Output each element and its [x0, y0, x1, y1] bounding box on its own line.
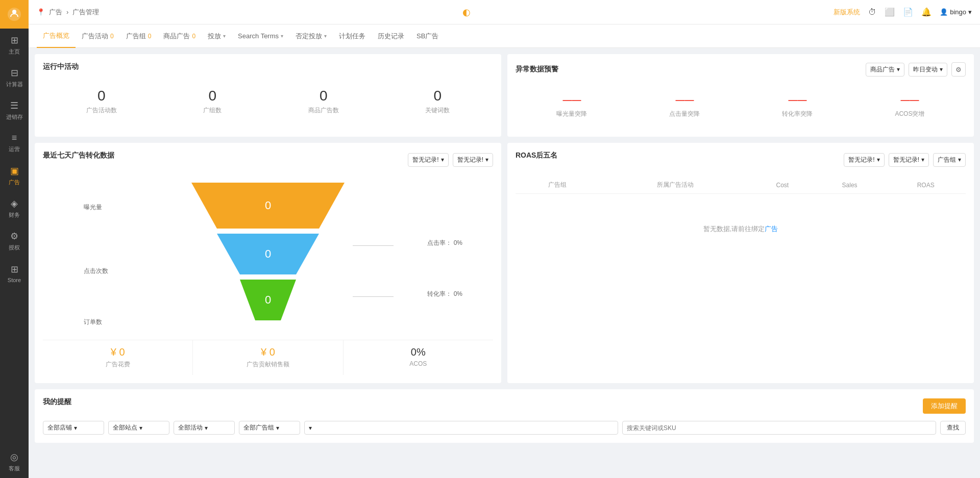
tab-overview-label: 广告概览	[43, 31, 69, 40]
anomaly-impressions-value: ——	[556, 95, 587, 106]
sidebar-label-support: 客服	[9, 465, 20, 472]
sidebar-label-operations: 运营	[9, 145, 20, 153]
ads-icon: ▣	[10, 165, 19, 177]
add-reminder-button[interactable]: 添加提醒	[923, 398, 966, 414]
sidebar-item-operations[interactable]: ≡ 运营	[0, 127, 29, 159]
chart-dropdown1-value: 暂无记录!	[412, 156, 438, 164]
site-filter[interactable]: 全部站点 ▾	[108, 421, 169, 435]
tab-placement[interactable]: 投放 ▾	[202, 24, 232, 48]
sidebar-label-store: Store	[8, 277, 21, 283]
sidebar-label-ads: 广告	[9, 179, 20, 186]
funnel-rate-cvr: 转化率： 0%	[427, 290, 462, 298]
anomaly-clicks: —— 点击量突降	[669, 95, 700, 118]
store-filter[interactable]: 全部店铺 ▾	[43, 421, 104, 435]
header: 📍 广告 › 广告管理 ◐ 新版系统 ⏱ ⬜ 📄 🔔 👤 bingo ▾	[29, 0, 980, 24]
search-button[interactable]: 查找	[940, 421, 966, 435]
tab-campaigns[interactable]: 广告活动 0	[76, 24, 120, 48]
cvr-label: 转化率：	[427, 290, 452, 297]
sidebar-item-store[interactable]: ⊞ Store	[0, 257, 29, 290]
page-body: 运行中活动 0 广告活动数 0 广组数 0 商品广告数 0	[29, 48, 980, 478]
sidebar-item-inventory[interactable]: ☰ 进销存	[0, 94, 29, 127]
reminder-filters: 全部店铺 ▾ 全部站点 ▾ 全部活动 ▾ 全部广告组 ▾ ▾	[43, 421, 966, 435]
main-content: 📍 广告 › 广告管理 ◐ 新版系统 ⏱ ⬜ 📄 🔔 👤 bingo ▾ 广告概…	[29, 0, 980, 478]
roas-dropdown2[interactable]: 暂无记录! ▾	[889, 153, 929, 167]
breadcrumb-parent[interactable]: 广告	[49, 8, 62, 17]
roas-controls: 暂无记录! ▾ 暂无记录! ▾ 广告组 ▾	[844, 153, 966, 167]
chart-dropdown1[interactable]: 暂无记录! ▾	[408, 153, 448, 167]
anomaly-time-value: 昨日变动	[913, 65, 938, 74]
bell-icon[interactable]: 🔔	[921, 7, 932, 17]
sidebar-item-home[interactable]: ⊞ 主页	[0, 29, 29, 61]
negative-dropdown-icon: ▾	[324, 33, 327, 39]
group-filter-label: 全部广告组	[243, 423, 274, 432]
sidebar-item-calculator[interactable]: ⊟ 计算器	[0, 61, 29, 94]
clock-icon[interactable]: ⏱	[868, 8, 876, 17]
roas-empty-link[interactable]: 广告	[765, 225, 778, 233]
svg-text:0: 0	[265, 199, 271, 212]
anomaly-conversion-label: 转化率突降	[782, 110, 813, 118]
funnel-chart: 曝光量 点击次数 订单数 0 0 0	[43, 172, 493, 336]
anomaly-acos: —— ACOS突增	[895, 95, 924, 118]
anomaly-conversion: —— 转化率突降	[782, 95, 813, 118]
keyword-search-input[interactable]	[622, 421, 936, 435]
user-menu[interactable]: 👤 bingo ▾	[940, 8, 972, 16]
sidebar-item-finance[interactable]: ◈ 财务	[0, 192, 29, 224]
anomaly-time-select[interactable]: 昨日变动 ▾	[909, 63, 947, 77]
doc-icon[interactable]: 📄	[903, 7, 913, 17]
breadcrumb-current: 广告管理	[72, 8, 99, 17]
header-center: ◐	[462, 7, 471, 18]
stat-groups: 0 广组数	[203, 88, 222, 115]
empty-filter[interactable]: ▾	[304, 421, 618, 435]
sidebar-item-ads[interactable]: ▣ 广告	[0, 159, 29, 192]
tab-history[interactable]: 历史记录	[372, 24, 410, 48]
app-logo[interactable]	[0, 0, 29, 29]
header-right: 新版系统 ⏱ ⬜ 📄 🔔 👤 bingo ▾	[834, 7, 972, 17]
anomaly-type-select[interactable]: 商品广告 ▾	[866, 63, 904, 77]
roas-dropdown2-chevron: ▾	[921, 156, 924, 163]
roas-dropdown3[interactable]: 广告组 ▾	[933, 153, 966, 167]
bottom-row: 最近七天广告转化数据 暂无记录! ▾ 暂无记录! ▾ 曝光量	[35, 143, 974, 383]
running-activities-title: 运行中活动	[43, 62, 493, 71]
tab-sb[interactable]: SB广告	[410, 24, 445, 48]
tab-groups[interactable]: 广告组 0	[120, 24, 158, 48]
tab-products-label: 商品广告	[163, 32, 190, 41]
group-filter[interactable]: 全部广告组 ▾	[239, 421, 300, 435]
metric-sales-value: ¥ 0	[199, 346, 336, 358]
metric-cost-label: 广告花费	[49, 360, 186, 369]
breadcrumb-separator: ›	[66, 8, 68, 16]
conversion-chart-card: 最近七天广告转化数据 暂无记录! ▾ 暂无记录! ▾ 曝光量	[35, 143, 501, 383]
chart-dropdown2-value: 暂无记录!	[457, 156, 483, 164]
roas-empty-text: 暂无数据,请前往绑定	[703, 225, 765, 233]
anomaly-settings-button[interactable]: ⚙	[951, 62, 966, 77]
store-icon: ⊞	[11, 264, 18, 275]
new-system-button[interactable]: 新版系统	[834, 8, 860, 17]
tab-negative[interactable]: 否定投放 ▾	[289, 24, 333, 48]
stat-groups-label: 广组数	[203, 106, 222, 115]
chart-dropdown2-chevron: ▾	[485, 156, 488, 163]
calculator-icon: ⊟	[11, 67, 18, 79]
roas-col-sales: Sales	[814, 177, 886, 194]
searchterms-dropdown-icon: ▾	[281, 33, 283, 39]
anomaly-card: 异常数据预警 商品广告 ▾ 昨日变动 ▾ ⚙	[507, 54, 974, 137]
tv-icon[interactable]: ⬜	[885, 7, 895, 17]
sidebar-item-auth[interactable]: ⚙ 授权	[0, 224, 29, 257]
stat-product-ads: 0 商品广告数	[308, 88, 339, 115]
support-icon: ◎	[10, 451, 18, 463]
sidebar-item-support[interactable]: ◎ 客服	[0, 445, 29, 478]
tab-searchterms[interactable]: Search Terms ▾	[232, 24, 289, 48]
tab-products[interactable]: 商品广告 0	[157, 24, 202, 48]
activity-filter[interactable]: 全部活动 ▾	[174, 421, 235, 435]
reminder-card: 我的提醒 添加提醒 全部店铺 ▾ 全部站点 ▾ 全部活动 ▾ 全部广告组	[35, 389, 974, 443]
roas-dropdown1[interactable]: 暂无记录! ▾	[844, 153, 884, 167]
activity-filter-chevron: ▾	[205, 424, 208, 432]
reminder-header: 我的提醒 添加提醒	[43, 397, 966, 415]
cvr-value: 0%	[454, 290, 462, 297]
tab-overview[interactable]: 广告概览	[37, 24, 76, 48]
anomaly-clicks-value: ——	[669, 95, 700, 106]
anomaly-acos-label: ACOS突增	[895, 110, 924, 118]
roas-title: ROAS后五名	[516, 151, 557, 160]
gear-icon: ⚙	[955, 66, 962, 73]
chart-dropdown2[interactable]: 暂无记录! ▾	[453, 153, 493, 167]
tab-tasks[interactable]: 计划任务	[333, 24, 372, 48]
anomaly-header: 异常数据预警 商品广告 ▾ 昨日变动 ▾ ⚙	[516, 62, 966, 77]
